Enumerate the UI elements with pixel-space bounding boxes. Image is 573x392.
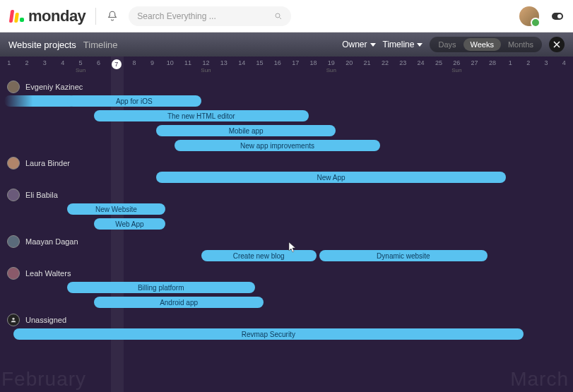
date-cell: 14: [232, 57, 250, 78]
timeline-bar[interactable]: Web App: [94, 218, 165, 230]
timeline-track: Web App: [4, 218, 573, 230]
timeline-track: Create new blogDynamic website: [4, 249, 573, 262]
date-cell: 1: [502, 57, 519, 78]
search-icon: [274, 12, 283, 20]
person-header: Leah Walters: [4, 264, 573, 281]
person-name: Eli Babila: [25, 191, 58, 199]
date-cell: 6: [90, 57, 107, 78]
timeline-row: Evgeniy KazinecApp for iOSThe new HTML e…: [0, 78, 573, 152]
person-avatar[interactable]: [7, 189, 20, 201]
date-cell: 9: [143, 57, 161, 78]
date-cell: 25: [430, 57, 447, 78]
person-name: Unassigned: [25, 316, 66, 324]
date-cell: 4: [555, 57, 573, 78]
date-cell: 20: [341, 57, 358, 78]
timeline-bar[interactable]: New app improvements: [175, 140, 380, 151]
date-cell: 18: [305, 57, 322, 78]
date-cell: 19Sun: [322, 57, 340, 78]
timeline-bar[interactable]: Create new blogDynamic website: [201, 250, 488, 261]
bell-icon[interactable]: [106, 10, 119, 23]
person-avatar[interactable]: [7, 81, 20, 93]
divider: [95, 8, 96, 25]
date-cell: 10: [161, 57, 179, 78]
view-dropdown[interactable]: Timeline: [383, 40, 423, 49]
date-cell: 23: [394, 57, 412, 78]
date-cell: 3: [537, 57, 555, 78]
timeline-track: Billing platform: [4, 281, 573, 294]
search-placeholder: Search Everything ...: [137, 11, 268, 21]
date-axis: 12345Sun6789101112Sun13141516171819Sun20…: [0, 57, 573, 78]
timeline-track: New App: [4, 171, 573, 184]
svg-point-1: [12, 318, 14, 320]
logo-mark-icon: [10, 10, 24, 23]
date-cell: 21: [358, 57, 376, 78]
person-header: Maayan Dagan: [4, 232, 573, 249]
date-cell: 8: [125, 57, 143, 78]
timeline-bar[interactable]: The new HTML editor: [94, 110, 309, 121]
status-toggle[interactable]: [552, 13, 563, 20]
timeline-bar[interactable]: Billing platform: [67, 282, 255, 293]
date-cell: 4: [54, 57, 71, 78]
user-avatar[interactable]: [519, 6, 539, 26]
timeline-track: New Website: [4, 203, 573, 215]
chevron-down-icon: [417, 43, 423, 47]
board-title: Website projects: [8, 40, 76, 50]
person-header: Unassigned: [4, 311, 573, 328]
timeline-track: Mobile app: [4, 124, 573, 137]
date-cell: 2: [519, 57, 537, 78]
close-button[interactable]: [549, 37, 565, 52]
timeline-bar[interactable]: Android app: [94, 297, 264, 308]
timeline-track: The new HTML editor: [4, 109, 573, 122]
scale-months[interactable]: Months: [501, 38, 540, 51]
bar-segment[interactable]: Dynamic website: [319, 250, 488, 261]
timeline-bar[interactable]: [4, 95, 76, 107]
timeline-row: Leah WaltersBilling platformAndroid app: [0, 264, 573, 309]
timeline-row: Maayan DaganCreate new blogDynamic websi…: [0, 232, 573, 262]
date-cell: 1: [0, 57, 18, 78]
person-avatar[interactable]: [7, 235, 20, 248]
timeline-view[interactable]: 12345Sun6789101112Sun13141516171819Sun20…: [0, 57, 573, 392]
person-name: Evgeniy Kazinec: [25, 83, 83, 91]
brand-logo[interactable]: monday: [10, 7, 85, 25]
chevron-down-icon: [370, 43, 376, 47]
unassigned-icon[interactable]: [7, 314, 20, 326]
person-name: Leah Walters: [25, 269, 71, 278]
date-cell: 28: [483, 57, 501, 78]
svg-point-0: [276, 13, 280, 18]
timeline-track: App for iOS: [4, 95, 573, 107]
date-cell: 11: [179, 57, 196, 78]
person-header: Eli Babila: [4, 186, 573, 203]
timeline-bar[interactable]: Revmap Security: [13, 328, 524, 340]
timeline-row: Eli BabilaNew WebsiteWeb App: [0, 186, 573, 230]
group-by-dropdown[interactable]: Owner: [342, 40, 375, 49]
month-label-right: March: [510, 368, 569, 391]
date-cell: 15: [251, 57, 268, 78]
date-cell: 5Sun: [71, 57, 89, 78]
date-cell: 13: [215, 57, 232, 78]
date-cell: 26Sun: [448, 57, 466, 78]
scale-weeks[interactable]: Weeks: [463, 38, 501, 51]
timeline-bar[interactable]: Mobile app: [156, 125, 335, 136]
person-name: Maayan Dagan: [25, 237, 78, 246]
scale-segmented: Days Weeks Months: [430, 37, 542, 52]
timeline-bar[interactable]: New App: [156, 172, 505, 183]
date-cell: 16: [268, 57, 286, 78]
date-cell: 17: [287, 57, 305, 78]
person-avatar[interactable]: [7, 267, 20, 280]
timeline-bar[interactable]: App for iOS: [67, 95, 201, 107]
brand-name: monday: [28, 7, 85, 25]
date-cell: 2: [18, 57, 35, 78]
date-cell: 22: [376, 57, 394, 78]
timeline-row: UnassignedRevmap Security: [0, 311, 573, 340]
close-icon: [553, 41, 560, 48]
person-avatar[interactable]: [7, 157, 20, 170]
bar-segment[interactable]: Create new blog: [201, 250, 317, 261]
person-name: Laura Binder: [25, 159, 70, 167]
search-input[interactable]: Search Everything ...: [129, 6, 291, 26]
date-cell: 12Sun: [197, 57, 215, 78]
timeline-bar[interactable]: New Website: [67, 203, 165, 215]
scale-days[interactable]: Days: [431, 38, 463, 51]
month-label-left: February: [1, 368, 86, 391]
timeline-row: Laura BinderNew App: [0, 154, 573, 184]
board-subtitle: Timeline: [83, 40, 118, 50]
